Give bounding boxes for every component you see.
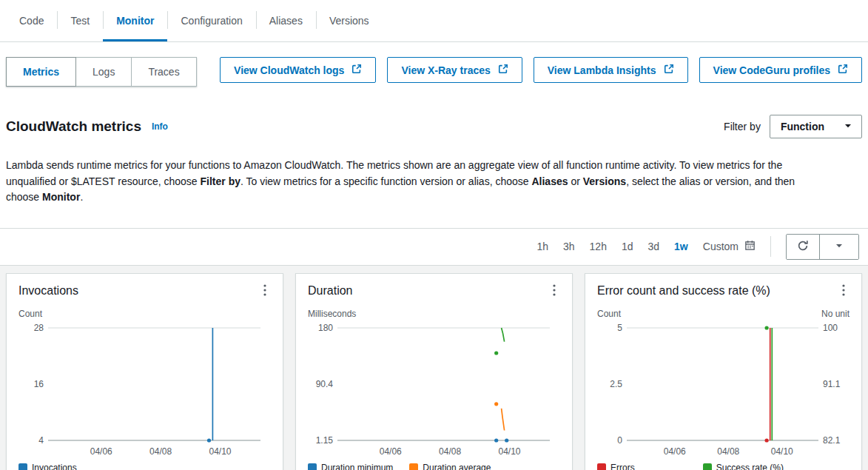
view-cloudwatch-logs-button[interactable]: View CloudWatch logs [220, 57, 376, 83]
y-axis-unit-label: Count [18, 309, 42, 319]
tab-aliases[interactable]: Aliases [256, 0, 316, 41]
svg-text:91.1: 91.1 [823, 379, 841, 389]
legend-item: Duration minimum [308, 463, 393, 470]
legend-swatch [18, 463, 27, 470]
tab-versions[interactable]: Versions [316, 0, 383, 41]
description-bold: Monitor [42, 191, 80, 203]
y-axis-unit-label-right: No unit [821, 309, 850, 319]
function-tabs: Code Test Monitor Configuration Aliases … [0, 0, 868, 42]
refresh-options-dropdown[interactable] [819, 235, 858, 259]
refresh-button-group [786, 234, 859, 260]
legend-swatch [308, 463, 317, 470]
subtab-metrics[interactable]: Metrics [6, 57, 76, 87]
svg-text:5: 5 [617, 323, 622, 333]
refresh-icon [797, 240, 809, 254]
y-axis-unit-label: Milliseconds [308, 309, 356, 319]
error-success-plot: 52.5010091.182.104/0604/0804/10 [597, 320, 850, 460]
duration-chart-card: Duration Milliseconds 18090.41.1504/0604… [295, 273, 573, 470]
calendar-icon [744, 240, 756, 253]
time-range-3h[interactable]: 3h [563, 241, 575, 252]
svg-text:90.4: 90.4 [316, 379, 334, 389]
chart-legend: Invocations [18, 463, 271, 470]
chart-svg: 52.5010091.182.104/0604/0804/10 [597, 320, 850, 460]
filter-value: Function [781, 121, 824, 132]
subtab-traces[interactable]: Traces [131, 57, 196, 87]
cloudwatch-metrics-title: CloudWatch metrics [6, 118, 141, 134]
function-filter-dropdown[interactable]: Function [770, 115, 862, 138]
time-range-1h[interactable]: 1h [536, 241, 548, 252]
legend-label: Invocations [32, 463, 77, 470]
monitor-subtabs: Metrics Logs Traces [6, 57, 197, 87]
svg-text:0: 0 [617, 435, 622, 446]
legend-label: Duration minimum [321, 463, 393, 470]
description-bold: Versions [583, 175, 626, 187]
view-xray-traces-button[interactable]: View X-Ray traces [387, 57, 522, 83]
chevron-down-icon [844, 121, 852, 132]
vertical-ellipsis-icon [553, 287, 556, 298]
monitor-toolbar: Metrics Logs Traces View CloudWatch logs… [0, 42, 868, 104]
custom-range-label: Custom [703, 241, 739, 252]
external-link-icon [351, 64, 362, 76]
chart-svg: 2816404/0604/0804/10 [18, 320, 271, 460]
legend-item: Duration average [409, 463, 491, 470]
time-range-bar: 1h 3h 12h 1d 3d 1w Custom [0, 228, 868, 266]
legend-label: Success rate (%) [716, 463, 784, 470]
chart-legend: Duration minimumDuration averageDuration… [308, 463, 560, 470]
card-menu-button[interactable] [259, 283, 271, 300]
card-menu-button[interactable] [548, 283, 560, 300]
refresh-button[interactable] [787, 235, 819, 259]
tab-configuration[interactable]: Configuration [167, 0, 255, 41]
custom-range-button[interactable]: Custom [703, 240, 756, 253]
external-link-icon [838, 64, 848, 76]
charts-section: Invocations Count 2816404/0604/0804/10 I… [0, 266, 868, 470]
view-codeguru-profiles-button[interactable]: View CodeGuru profiles [699, 57, 862, 83]
description-bold: Filter by [201, 175, 240, 187]
description-text: or [568, 175, 583, 187]
cloudwatch-metrics-header: CloudWatch metrics Info Filter by Functi… [0, 104, 868, 140]
error-success-chart-card: Error count and success rate (%) Count N… [585, 273, 862, 470]
legend-item: Success rate (%) [703, 463, 784, 470]
time-range-3d[interactable]: 3d [648, 241, 660, 252]
legend-swatch [703, 463, 712, 470]
info-link[interactable]: Info [152, 121, 168, 132]
tab-test[interactable]: Test [57, 0, 103, 41]
metrics-description: Lambda sends runtime metrics for your fu… [0, 150, 832, 218]
description-bold: Aliases [531, 175, 568, 187]
svg-text:180: 180 [318, 323, 333, 333]
svg-text:04/08: 04/08 [717, 446, 739, 457]
duration-plot: 18090.41.1504/0604/0804/10 [308, 320, 560, 460]
svg-text:04/06: 04/06 [664, 446, 686, 457]
svg-text:04/10: 04/10 [498, 446, 520, 457]
toolbar-divider [770, 236, 771, 257]
svg-text:28: 28 [34, 323, 44, 333]
view-lambda-insights-button[interactable]: View Lambda Insights [534, 57, 688, 83]
view-lambda-insights-label: View Lambda Insights [548, 64, 656, 76]
legend-label: Errors [610, 463, 635, 470]
invocations-plot: 2816404/0604/0804/10 [18, 320, 271, 460]
svg-text:2.5: 2.5 [610, 379, 622, 389]
description-text: . [80, 191, 83, 203]
svg-text:1.15: 1.15 [316, 435, 334, 446]
svg-text:4: 4 [38, 435, 44, 446]
y-axis-unit-label: Count [597, 309, 621, 319]
subtab-logs[interactable]: Logs [75, 57, 132, 87]
chevron-down-icon [835, 241, 844, 252]
tab-code[interactable]: Code [6, 0, 57, 41]
time-range-1w[interactable]: 1w [674, 241, 688, 252]
svg-text:100: 100 [823, 323, 838, 333]
svg-text:04/10: 04/10 [209, 446, 231, 457]
svg-text:16: 16 [34, 379, 44, 389]
svg-text:04/08: 04/08 [439, 446, 461, 457]
tab-monitor[interactable]: Monitor [103, 0, 167, 41]
chart-title: Invocations [18, 284, 78, 298]
svg-text:82.1: 82.1 [823, 435, 841, 446]
svg-text:04/10: 04/10 [771, 446, 793, 457]
filter-by-label: Filter by [724, 121, 761, 132]
card-menu-button[interactable] [838, 283, 850, 300]
time-range-1d[interactable]: 1d [622, 241, 633, 252]
legend-swatch [597, 463, 606, 470]
legend-label: Duration average [423, 463, 491, 470]
vertical-ellipsis-icon [842, 287, 845, 298]
chart-legend: ErrorsSuccess rate (%) [597, 463, 850, 470]
time-range-12h[interactable]: 12h [590, 241, 607, 252]
